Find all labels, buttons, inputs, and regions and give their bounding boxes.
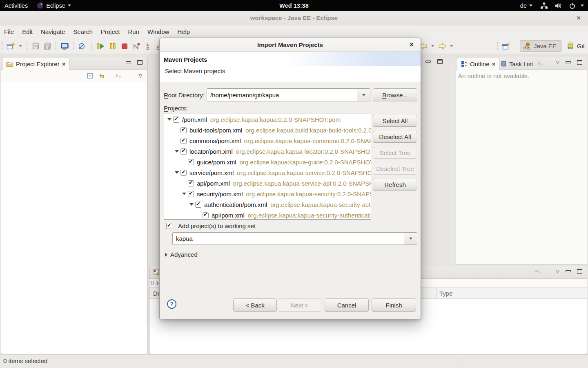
disconnect-icon[interactable] xyxy=(132,42,141,51)
checkbox[interactable]: ✔ xyxy=(188,159,194,165)
minimize-icon[interactable] xyxy=(566,270,571,272)
tree-row[interactable]: ✔locator/pom.xmlorg.eclipse.kapua:kapua-… xyxy=(164,146,371,157)
menu-file[interactable]: File xyxy=(0,25,18,38)
resume-icon[interactable] xyxy=(96,42,105,51)
column-divider[interactable] xyxy=(436,288,437,299)
toolbar-drag-handle[interactable] xyxy=(497,42,498,50)
close-icon[interactable]: × xyxy=(62,61,66,67)
link-with-editor-icon[interactable]: ⇆ xyxy=(99,72,105,80)
tree-row[interactable]: ✔api/pom.xmlorg.eclipse.kapua:kapua-serv… xyxy=(164,178,371,188)
combo-dropdown-button[interactable] xyxy=(404,233,417,245)
next-button[interactable]: Next > xyxy=(278,298,321,312)
menu-navigate[interactable]: Navigate xyxy=(37,25,69,38)
save-all-icon[interactable] xyxy=(43,42,52,51)
forward-history-dropdown[interactable] xyxy=(450,45,453,47)
menu-edit[interactable]: Edit xyxy=(18,25,37,38)
suspend-icon[interactable] xyxy=(108,42,117,51)
tree-row[interactable]: ✔/pom.xmlorg.eclipse.kapua:kapua:0.2.0-S… xyxy=(164,114,371,125)
expander-icon[interactable] xyxy=(173,150,180,153)
project-explorer-content[interactable] xyxy=(1,82,147,354)
view-menu-chevron-icon[interactable]: ▽ xyxy=(556,60,559,65)
browse-button[interactable]: Browse... xyxy=(373,88,417,101)
dialog-close-button[interactable]: × xyxy=(406,39,417,50)
app-menu[interactable]: Eclipse xyxy=(32,0,76,11)
save-icon[interactable] xyxy=(31,42,40,51)
tree-row[interactable]: ✔authentication/pom.xmlorg.eclipse.kapua… xyxy=(164,199,371,210)
collapse-all-icon[interactable] xyxy=(86,72,94,79)
view-menu-icon[interactable] xyxy=(535,270,541,273)
open-perspective-icon[interactable] xyxy=(501,42,510,51)
tab-task-list[interactable]: Task List xyxy=(497,58,547,70)
cancel-button[interactable]: Cancel xyxy=(325,298,369,312)
tab-outline[interactable]: Outline × xyxy=(457,58,499,70)
checkbox[interactable]: ✔ xyxy=(203,212,209,218)
tab-project-explorer[interactable]: Project Explorer × xyxy=(2,58,69,70)
maximize-icon[interactable] xyxy=(437,59,443,64)
keyboard-layout-button[interactable]: de xyxy=(516,0,537,11)
tree-row[interactable]: ✔commons/pom.xmlorg.eclipse.kapua:kapua-… xyxy=(164,135,371,146)
window-close-button[interactable]: × xyxy=(573,13,584,23)
tree-row[interactable]: ✔build-tools/pom.xmlorg.eclipse.kapua.bu… xyxy=(164,125,371,135)
deselect-all-button[interactable]: Deselect All xyxy=(373,131,417,143)
tree-row[interactable]: ✔guice/pom.xmlorg.eclipse.kapua:kapua-gu… xyxy=(164,157,371,167)
menu-run[interactable]: Run xyxy=(124,25,143,38)
chevron-down-icon[interactable] xyxy=(581,4,584,7)
checkbox[interactable]: ✔ xyxy=(180,127,187,133)
tree-row[interactable]: ✔security/pom.xmlorg.eclipse.kapua:kapua… xyxy=(164,188,371,199)
working-set-checkbox[interactable]: ✔ xyxy=(166,223,172,229)
tree-row[interactable]: ✔service/pom.xmlorg.eclipse.kapua:kapua-… xyxy=(164,167,371,178)
view-menu-icon[interactable] xyxy=(538,62,543,65)
root-directory-combo[interactable]: /home/jreimann/git/kapua xyxy=(207,88,370,101)
back-button[interactable]: < Back xyxy=(233,298,277,312)
menu-search[interactable]: Search xyxy=(69,25,97,38)
advanced-expander[interactable]: Advanced xyxy=(165,251,198,258)
activities-button[interactable]: Activities xyxy=(0,0,32,11)
menu-window[interactable]: Window xyxy=(143,25,173,38)
volume-icon[interactable] xyxy=(551,0,566,11)
checkbox[interactable]: ✔ xyxy=(180,170,187,176)
expander-icon[interactable] xyxy=(173,171,180,174)
expander-icon[interactable] xyxy=(180,193,188,195)
step-into-icon[interactable] xyxy=(144,42,153,51)
finish-button[interactable]: Finish xyxy=(372,298,416,312)
maximize-icon[interactable] xyxy=(137,60,143,65)
new-wizard-dropdown[interactable] xyxy=(19,45,22,47)
help-button[interactable]: ? xyxy=(167,299,176,309)
clock[interactable]: Wed 13:38 xyxy=(0,2,588,9)
minimize-icon[interactable] xyxy=(566,61,571,63)
forward-arrow-icon[interactable] xyxy=(438,42,447,51)
checkbox[interactable]: ✔ xyxy=(188,191,194,197)
refresh-button[interactable]: Refresh xyxy=(373,179,417,191)
back-history-dropdown[interactable] xyxy=(431,45,434,47)
menu-project[interactable]: Project xyxy=(97,25,124,38)
perspective-git-button[interactable]: GIT Git xyxy=(564,40,588,52)
view-menu-chevron-icon[interactable]: ▽ xyxy=(556,269,559,274)
toolbar-drag-handle[interactable] xyxy=(27,42,27,50)
checkbox[interactable]: ✔ xyxy=(195,202,201,208)
minimize-icon[interactable] xyxy=(126,61,131,63)
perspective-java-ee-button[interactable]: Java EE xyxy=(520,40,561,52)
toolbar-drag-handle[interactable] xyxy=(2,42,2,50)
expander-icon[interactable] xyxy=(188,203,195,206)
select-tree-button[interactable]: Select Tree xyxy=(373,147,417,159)
deselect-tree-button[interactable]: Deselect Tree xyxy=(373,163,417,175)
working-set-combo[interactable]: kapua xyxy=(172,232,417,245)
projects-tree[interactable]: ✔/pom.xmlorg.eclipse.kapua:kapua:0.2.0-S… xyxy=(164,114,371,220)
view-menu-chevron-icon[interactable]: ▽ xyxy=(139,74,142,78)
menu-help[interactable]: Help xyxy=(173,25,194,38)
skip-breakpoints-icon[interactable] xyxy=(77,42,86,51)
expander-icon[interactable] xyxy=(166,118,173,121)
column-type[interactable]: Type xyxy=(439,288,453,299)
checkbox[interactable]: ✔ xyxy=(173,117,179,123)
view-menu-icon[interactable] xyxy=(116,74,121,78)
checkbox[interactable]: ✔ xyxy=(180,138,187,144)
close-icon[interactable]: × xyxy=(492,61,496,67)
checkbox[interactable]: ✔ xyxy=(188,180,194,186)
maximize-icon[interactable] xyxy=(577,60,582,65)
select-all-button[interactable]: Select All xyxy=(373,115,417,127)
tree-row[interactable]: ✔api/pom.xmlorg.eclipse.kapua:kapua-secu… xyxy=(164,210,371,220)
open-console-icon[interactable] xyxy=(60,42,69,51)
status-grip[interactable]: ⋮ xyxy=(456,358,461,364)
dialog-titlebar[interactable]: Import Maven Projects × xyxy=(160,38,421,52)
checkbox[interactable]: ✔ xyxy=(180,148,187,155)
